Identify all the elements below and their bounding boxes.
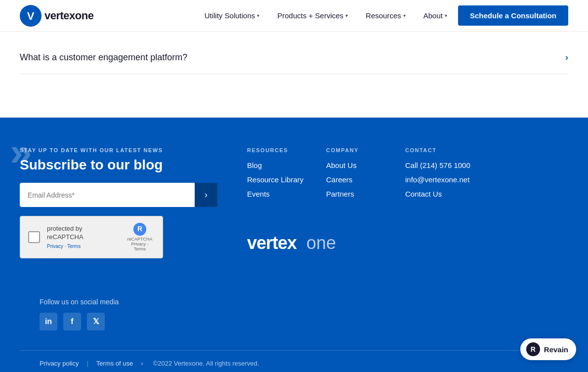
logo[interactable]: V vertexone <box>20 5 93 27</box>
footer-col-company-heading: COMPANY <box>326 147 385 153</box>
footer-col-resources-heading: RESOURCES <box>247 147 306 153</box>
footer-link-email[interactable]: info@vertexone.net <box>405 175 470 184</box>
faq-question: What is a customer engagement platform? <box>20 52 187 63</box>
social-icon-linkedin[interactable]: in <box>40 313 57 331</box>
email-submit-button[interactable]: › <box>195 183 217 207</box>
social-heading: Follow us on social media <box>40 298 548 306</box>
chevron-down-icon: ▾ <box>403 13 406 18</box>
footer-link-about-us[interactable]: About Us <box>326 161 385 169</box>
recaptcha-logo: R reCAPTCHAPrivacy - Terms <box>125 222 155 252</box>
recaptcha-links[interactable]: Privacy · Terms <box>47 244 118 249</box>
footer-col-contact-heading: CONTACT <box>405 147 470 153</box>
revain-label: Revain <box>544 345 568 354</box>
footer-top: STAY UP TO DATE WITH OUR LATEST NEWS Sub… <box>20 147 568 283</box>
email-input[interactable] <box>20 183 195 207</box>
social-icons: in f 𝕏 <box>40 313 548 331</box>
footer-col-company: COMPANY About Us Careers Partners <box>326 147 385 206</box>
social-icon-twitter[interactable]: 𝕏 <box>87 313 105 331</box>
recaptcha-text: protected by reCAPTCHA <box>47 225 118 242</box>
footer-bottom: Privacy policy | Terms of use › ©2022 Ve… <box>20 350 568 372</box>
faq-section: What is a customer engagement platform? … <box>0 32 588 89</box>
nav-utility-solutions[interactable]: Utility Solutions ▾ <box>198 7 267 24</box>
nav-resources[interactable]: Resources ▾ <box>359 7 413 24</box>
footer-col-resources: RESOURCES Blog Resource Library Events <box>247 147 306 206</box>
nav-links: Utility Solutions ▾ Products + Services … <box>198 5 568 26</box>
footer-link-careers[interactable]: Careers <box>326 175 385 184</box>
footer-bottom-separator: | <box>86 360 88 367</box>
wave-separator <box>0 89 588 119</box>
svg-text:vertex: vertex <box>247 233 297 253</box>
schedule-consultation-button[interactable]: Schedule a Consultation <box>458 5 568 26</box>
recaptcha-brand-text: reCAPTCHAPrivacy - Terms <box>125 237 155 252</box>
email-row: › <box>20 183 217 207</box>
footer-link-partners[interactable]: Partners <box>326 190 385 198</box>
faq-row[interactable]: What is a customer engagement platform? … <box>20 41 568 74</box>
footer-logo-area: vertex one <box>247 230 346 258</box>
newsletter-heading: Subscribe to our blog <box>20 157 217 173</box>
footer-link-events[interactable]: Events <box>247 190 306 198</box>
recaptcha-checkbox[interactable] <box>28 231 40 243</box>
logo-text: vertexone <box>44 9 93 22</box>
footer-link-blog[interactable]: Blog <box>247 161 306 169</box>
chevron-down-icon: ▾ <box>445 13 447 18</box>
footer-privacy-link[interactable]: Privacy policy <box>40 360 79 367</box>
newsletter-eyebrow: STAY UP TO DATE WITH OUR LATEST NEWS <box>20 147 217 153</box>
nav-products-services[interactable]: Products + Services ▾ <box>270 7 355 24</box>
faq-arrow-icon: › <box>565 52 568 63</box>
footer: » STAY UP TO DATE WITH OUR LATEST NEWS S… <box>0 118 588 372</box>
nav-about[interactable]: About ▾ <box>417 7 454 24</box>
footer-terms-link[interactable]: Terms of use <box>96 360 133 367</box>
footer-copyright: ©2022 Vertexone. All rights reserved. <box>153 360 259 367</box>
footer-link-resource-library[interactable]: Resource Library <box>247 175 306 184</box>
footer-bottom-arrow-icon: › <box>141 360 143 367</box>
recaptcha-widget: protected by reCAPTCHA Privacy · Terms R… <box>20 216 163 258</box>
chevron-down-icon: ▾ <box>345 13 348 18</box>
revain-badge[interactable]: R Revain <box>520 338 576 360</box>
footer-logo: vertex one <box>247 230 346 255</box>
svg-text:one: one <box>306 233 336 253</box>
svg-text:R: R <box>137 225 142 233</box>
footer-links-area: RESOURCES Blog Resource Library Events C… <box>247 147 568 258</box>
svg-text:V: V <box>27 10 35 22</box>
chevron-down-icon: ▾ <box>257 13 259 18</box>
social-icon-facebook[interactable]: f <box>63 313 81 331</box>
social-section: Follow us on social media in f 𝕏 <box>20 283 568 331</box>
newsletter-column: STAY UP TO DATE WITH OUR LATEST NEWS Sub… <box>20 147 217 258</box>
revain-icon: R <box>526 342 540 356</box>
footer-col-contact: CONTACT Call (214) 576 1000 info@vertexo… <box>405 147 470 206</box>
footer-link-phone[interactable]: Call (214) 576 1000 <box>405 161 470 169</box>
navbar: V vertexone Utility Solutions ▾ Products… <box>0 0 588 32</box>
footer-link-contact-us[interactable]: Contact Us <box>405 190 470 198</box>
